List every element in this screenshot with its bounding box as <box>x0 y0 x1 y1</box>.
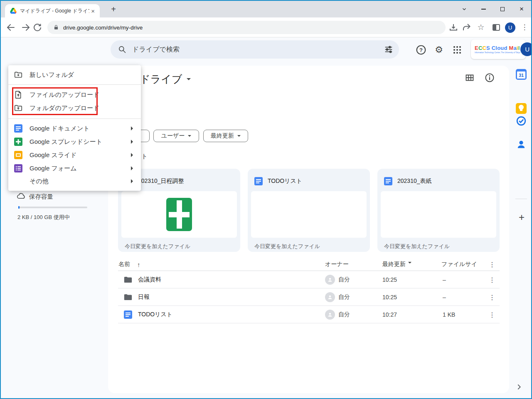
submenu-arrow-icon <box>131 179 135 183</box>
submenu-arrow-icon <box>131 126 135 131</box>
submenu-arrow-icon <box>131 140 135 144</box>
help-icon[interactable]: ? <box>416 44 426 55</box>
download-icon[interactable] <box>448 22 458 32</box>
file-modified: 10:25 <box>382 276 397 283</box>
tab-title: マイドライブ - Google ドライブ <box>20 7 89 15</box>
back-icon[interactable] <box>6 22 16 32</box>
url-bar[interactable]: drive.google.com/drive/my-drive <box>47 21 446 34</box>
menu-item-google-forms[interactable]: Google フォーム <box>8 162 141 175</box>
sheets-logo <box>166 198 192 231</box>
menu-item-google-slides[interactable]: Google スライド <box>8 148 141 162</box>
maximize-button[interactable] <box>493 1 512 17</box>
side-panel-icon[interactable] <box>491 22 501 32</box>
contacts-icon[interactable] <box>516 139 527 150</box>
keep-icon[interactable] <box>516 103 527 114</box>
bookmark-star-icon[interactable]: ☆ <box>476 22 486 32</box>
column-options-icon[interactable]: ⋮ <box>489 260 495 268</box>
calendar-icon[interactable]: 31 <box>516 69 527 80</box>
tab-strip: マイドライブ - Google ドライブ × + × <box>1 1 531 17</box>
storage-label[interactable]: 保存容量 <box>29 193 53 201</box>
grid-view-icon[interactable] <box>465 73 475 83</box>
storage-usage-text: 2 KB / 100 GB 使用中 <box>17 214 70 221</box>
folder-upload-icon <box>14 103 23 113</box>
drive-search-bar[interactable] <box>111 40 399 59</box>
storage-progress-bar <box>18 207 87 208</box>
menu-item-more[interactable]: その他 <box>8 175 141 188</box>
search-input[interactable] <box>132 46 384 53</box>
eccs-subtitle: Information Technology Center, The Unive… <box>475 52 520 54</box>
search-options-tune-icon[interactable] <box>384 45 393 54</box>
browser-tab[interactable]: マイドライブ - Google ドライブ × <box>5 4 100 17</box>
menu-item-new-folder[interactable]: 新しいフォルダ <box>8 68 141 81</box>
submenu-arrow-icon <box>131 153 135 157</box>
tasks-icon[interactable] <box>516 116 527 126</box>
column-size[interactable]: ファイルサイ <box>441 261 477 268</box>
file-owner: 自分 <box>338 311 350 318</box>
folder-icon <box>124 293 132 300</box>
browser-menu-icon[interactable]: ⋮ <box>520 22 530 32</box>
column-modified[interactable]: 最終更新 <box>382 261 411 268</box>
eccs-logo-text: ECCS Cloud Mail <box>475 45 520 51</box>
column-name[interactable]: 名前 <box>118 261 130 268</box>
file-row[interactable]: 会議資料 自分 10:25 – ⋮ <box>118 271 500 288</box>
table-header-row: 名前 ↑ オーナー 最終更新 ファイルサイ ⋮ <box>118 258 500 271</box>
tab-close-icon[interactable]: × <box>89 7 96 15</box>
row-options-icon[interactable]: ⋮ <box>489 293 495 301</box>
card-preview <box>251 191 367 238</box>
menu-divider <box>8 118 141 119</box>
reload-icon[interactable] <box>32 22 42 32</box>
menu-item-google-sheets[interactable]: Google スプレッドシート <box>8 135 141 148</box>
share-icon[interactable] <box>462 22 472 32</box>
card-title: TODOリスト <box>268 177 302 185</box>
filter-chip-modified[interactable]: 最終更新 <box>203 130 248 142</box>
submenu-arrow-icon <box>131 166 135 170</box>
menu-item-file-upload[interactable]: ファイルのアップロード <box>8 88 141 101</box>
menu-item-google-docs[interactable]: Google ドキュメント <box>8 122 141 135</box>
forms-icon <box>14 164 23 173</box>
docs-icon <box>14 124 23 133</box>
minimize-button[interactable] <box>474 1 493 17</box>
card-title: 202310_日程調整 <box>138 177 184 185</box>
card-title: 202310_表紙 <box>397 177 432 185</box>
browser-profile-avatar[interactable]: U <box>505 22 515 33</box>
docs-icon <box>254 177 263 185</box>
file-size: – <box>443 276 446 283</box>
file-size: – <box>443 294 446 300</box>
url-text: drive.google.com/drive/my-drive <box>63 25 143 31</box>
file-row[interactable]: TODOリスト 自分 10:27 1 KB ⋮ <box>118 306 500 323</box>
chevron-down-icon <box>237 135 241 138</box>
file-modified: 10:27 <box>382 311 397 318</box>
new-tab-button[interactable]: + <box>108 4 119 15</box>
row-options-icon[interactable]: ⋮ <box>489 276 495 283</box>
account-avatar[interactable]: U <box>520 42 532 56</box>
sort-ascending-icon[interactable]: ↑ <box>137 261 140 268</box>
file-upload-icon <box>14 90 23 99</box>
get-add-ons-plus-icon[interactable]: + <box>516 212 527 223</box>
sheets-icon <box>14 137 23 146</box>
show-side-panel-chevron-icon[interactable] <box>515 382 524 392</box>
file-modified: 10:25 <box>382 294 397 300</box>
tab-search-chevron-icon[interactable] <box>455 1 474 17</box>
file-owner: 自分 <box>338 276 350 283</box>
suggestion-card[interactable]: 202310_表紙 今日変更を加えたファイル <box>377 169 500 252</box>
card-caption: 今日変更を加えたファイル <box>125 243 190 250</box>
column-owner[interactable]: オーナー <box>325 261 349 268</box>
rail-divider <box>515 199 527 199</box>
forward-icon[interactable] <box>21 22 31 32</box>
drive-favicon <box>10 8 17 14</box>
menu-item-folder-upload[interactable]: フォルダのアップロード <box>8 101 141 115</box>
card-preview <box>381 191 496 238</box>
settings-gear-icon[interactable]: ⚙ <box>433 44 444 55</box>
slides-icon <box>14 150 23 160</box>
file-row[interactable]: 日報 自分 10:25 – ⋮ <box>118 288 500 306</box>
eccs-account-badge[interactable]: ECCS Cloud Mail Information Technology C… <box>471 39 526 59</box>
chevron-down-icon <box>187 78 191 82</box>
window-close-button[interactable]: × <box>512 1 531 17</box>
row-options-icon[interactable]: ⋮ <box>489 310 495 318</box>
filter-chip-user[interactable]: ユーザー <box>153 130 199 142</box>
google-apps-grid-icon[interactable] <box>452 44 463 55</box>
info-icon[interactable] <box>485 73 495 83</box>
main-content-panel: マイドライブ ユーザー 最終更新 候補リスト 202310_日程調整 <box>108 66 509 393</box>
owner-avatar <box>325 310 335 320</box>
suggestion-card[interactable]: TODOリスト 今日変更を加えたファイル <box>248 169 370 252</box>
